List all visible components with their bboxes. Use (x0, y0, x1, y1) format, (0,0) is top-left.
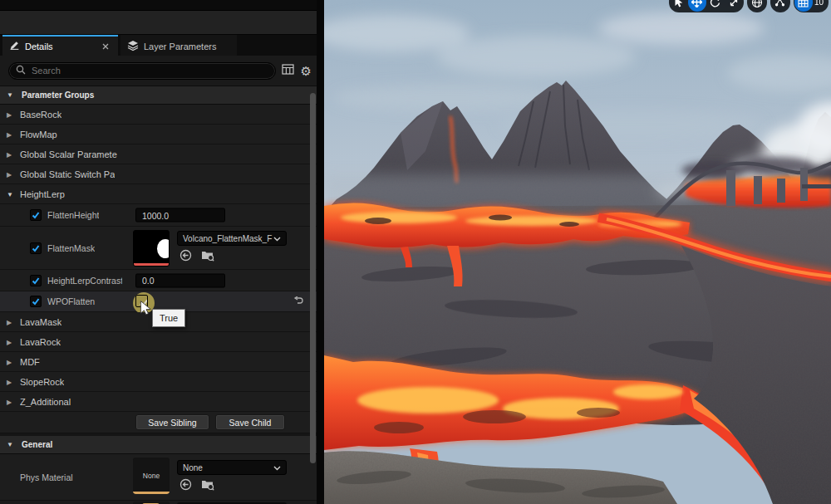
chevron-collapsed-icon: ▶ (7, 358, 15, 365)
unreal-editor-window: Details Layer Parameters (0, 0, 831, 504)
group-label: BaseRock (20, 110, 61, 120)
next-row-partial (0, 501, 317, 504)
browse-to-asset-icon[interactable] (201, 249, 214, 265)
chevron-collapsed-icon: ▶ (7, 318, 15, 325)
world-space-icon[interactable] (747, 0, 767, 12)
group-label: FlowMap (20, 130, 57, 139)
flattenmask-asset-dropdown[interactable]: Volcano_FlattenMask_F (177, 231, 287, 246)
flattenmask-texture-thumbnail[interactable] (133, 230, 170, 267)
param-row-flattenmask: FlattenMask Volcano_FlattenMask_F (0, 227, 317, 270)
param-label: FlattenMask (47, 243, 95, 253)
viewport-3d-scene[interactable]: 10 (324, 0, 831, 504)
browse-to-asset-icon[interactable] (201, 478, 214, 494)
chevron-collapsed-icon: ▶ (7, 150, 15, 158)
close-icon[interactable] (100, 41, 111, 52)
panel-header-space (0, 11, 317, 35)
section-parameter-groups[interactable]: ▼ Parameter Groups (0, 86, 317, 105)
search-row: ⚙ (0, 56, 317, 86)
heightlerpcontrast-checkbox[interactable] (30, 275, 42, 286)
volcano-landscape (324, 0, 831, 504)
rotate-tool-icon[interactable] (706, 0, 725, 12)
group-row-sloperock[interactable]: ▶ SlopeRock (0, 372, 317, 392)
group-label: Z_Additional (20, 397, 71, 407)
parameter-rows: ▶ BaseRock ▶ FlowMap ▶ Global Scalar Par… (0, 105, 317, 433)
group-row-global-scalar[interactable]: ▶ Global Scalar Paramete (0, 144, 317, 164)
search-input[interactable] (32, 66, 268, 76)
panel-scrollbar[interactable] (310, 93, 316, 463)
save-sibling-button[interactable]: Save Sibling (135, 414, 209, 430)
group-row-flowmap[interactable]: ▶ FlowMap (0, 125, 317, 144)
group-label: Global Scalar Paramete (20, 149, 117, 159)
param-row-flattenheight: FlattenHeight (0, 204, 317, 227)
grid-snap-icon[interactable] (794, 0, 813, 12)
tab-layer-parameters-label: Layer Parameters (144, 42, 216, 51)
gear-icon[interactable]: ⚙ (301, 65, 312, 77)
chevron-collapsed-icon: ▶ (7, 398, 15, 405)
chevron-collapsed-icon: ▶ (7, 170, 15, 178)
phys-material-thumbnail[interactable]: None (133, 458, 170, 494)
flattenmask-checkbox[interactable] (30, 242, 42, 254)
heightlerpcontrast-value-input[interactable] (135, 273, 225, 287)
chevron-expanded-icon: ▼ (7, 441, 15, 448)
save-child-button[interactable]: Save Child (215, 414, 285, 430)
tab-layer-parameters[interactable]: Layer Parameters (120, 35, 237, 56)
param-row-phys-material: Phys Material None None (0, 454, 317, 501)
flattenheight-checkbox[interactable] (30, 209, 42, 221)
move-tool-icon[interactable] (688, 0, 706, 12)
chevron-collapsed-icon: ▶ (7, 378, 15, 385)
chevron-expanded-icon: ▼ (7, 91, 15, 99)
section-general[interactable]: ▼ General (0, 436, 317, 454)
group-row-global-static-switch[interactable]: ▶ Global Static Switch Pa (0, 164, 317, 184)
group-row-mdf[interactable]: ▶ MDF (0, 352, 317, 372)
group-label: Global Static Switch Pa (20, 169, 115, 179)
tab-details[interactable]: Details (2, 35, 118, 56)
param-row-heightlerpcontrast: HeightLerpContrast (0, 270, 317, 291)
group-row-heightlerp[interactable]: ▼ HeightLerp (0, 184, 317, 204)
surface-snap-icon[interactable] (770, 0, 790, 12)
use-selected-asset-icon[interactable] (179, 249, 192, 265)
chevron-down-icon (273, 463, 281, 472)
chevron-expanded-icon: ▼ (7, 190, 15, 198)
display-filter-icon[interactable] (282, 63, 294, 79)
general-rows: Phys Material None None (0, 454, 317, 504)
panel-tab-bar: Details Layer Parameters (0, 35, 317, 56)
thumbnail-label: None (143, 472, 160, 480)
phys-material-dropdown[interactable]: None (177, 460, 287, 475)
wpoflatten-checkbox[interactable] (30, 296, 42, 307)
group-label: MDF (20, 357, 40, 367)
selected-value: None (183, 463, 273, 472)
group-row-z-additional[interactable]: ▶ Z_Additional (0, 392, 317, 412)
param-label: WPOFlatten (47, 296, 95, 306)
use-selected-asset-icon[interactable] (179, 478, 192, 494)
chevron-collapsed-icon: ▶ (7, 130, 15, 138)
asset-name: Volcano_FlattenMask_F (183, 234, 273, 243)
viewport-toolbar: 10 (669, 0, 829, 12)
pencil-icon (9, 40, 20, 52)
panel-top-strip (0, 0, 317, 11)
group-row-baserock[interactable]: ▶ BaseRock (0, 105, 317, 125)
section-general-label: General (22, 440, 52, 449)
chevron-collapsed-icon: ▶ (7, 110, 15, 118)
param-label: FlattenHeight (47, 210, 99, 220)
value-tooltip: True (152, 309, 185, 327)
scale-tool-icon[interactable] (725, 0, 743, 12)
section-parameter-groups-label: Parameter Groups (22, 91, 94, 100)
group-label: LavaMask (20, 317, 61, 327)
flattenheight-value-input[interactable] (135, 208, 225, 223)
group-row-lavarock[interactable]: ▶ LavaRock (0, 332, 317, 352)
grid-snap-value[interactable]: 10 (813, 0, 828, 7)
chevron-collapsed-icon: ▶ (7, 338, 15, 345)
group-label: HeightLerp (20, 189, 65, 199)
select-cursor-icon[interactable] (670, 0, 688, 12)
search-icon (16, 63, 26, 78)
layers-icon (127, 40, 139, 53)
param-label: Phys Material (20, 472, 73, 482)
save-buttons-row: Save Sibling Save Child (0, 412, 317, 433)
tooltip-text: True (160, 313, 178, 323)
details-panel: Details Layer Parameters (0, 0, 317, 504)
group-label: SlopeRock (20, 377, 64, 387)
param-label: HeightLerpContrast (47, 276, 122, 286)
panel-divider[interactable] (317, 0, 324, 504)
search-box[interactable] (8, 62, 276, 80)
reset-to-default-icon[interactable] (293, 294, 303, 309)
